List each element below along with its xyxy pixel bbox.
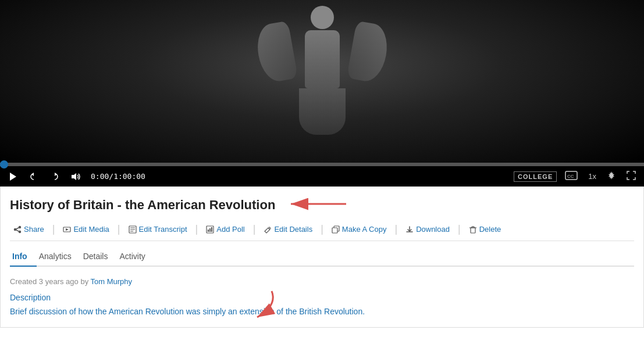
download-icon — [405, 225, 414, 234]
tab-info[interactable]: Info — [10, 247, 37, 267]
rewind-button[interactable] — [27, 171, 41, 182]
svg-marker-2 — [55, 173, 57, 176]
controls-right: COLLEGE CC 1x — [514, 170, 638, 183]
svg-marker-1 — [31, 173, 34, 176]
cc-button[interactable]: CC — [563, 170, 580, 183]
svg-point-9 — [19, 226, 21, 228]
description-text: Brief discussion of how the American Rev… — [10, 306, 365, 318]
share-icon — [13, 225, 22, 234]
content-area: History of Britain - the American Revolu… — [0, 187, 644, 328]
sep7: | — [458, 223, 461, 235]
tab-analytics[interactable]: Analytics — [37, 247, 81, 267]
svg-line-12 — [16, 227, 19, 228]
tabs-bar: Info Analytics Details Activity — [10, 247, 634, 267]
make-copy-icon — [332, 225, 340, 234]
title-row: History of Britain - the American Revolu… — [10, 195, 634, 216]
svg-rect-23 — [211, 227, 212, 232]
settings-button[interactable] — [604, 170, 618, 183]
add-poll-button[interactable]: Add Poll — [202, 223, 248, 236]
edit-details-button[interactable]: Edit Details — [260, 223, 316, 236]
svg-rect-27 — [332, 228, 337, 233]
video-frame — [0, 0, 644, 163]
svg-rect-21 — [208, 230, 209, 232]
author-link[interactable]: Tom Murphy — [91, 277, 133, 286]
tab-activity[interactable]: Activity — [117, 247, 154, 267]
description-label: Description — [10, 293, 634, 302]
time-display: 0:00/1:00:00 — [91, 172, 145, 181]
play-button[interactable] — [6, 171, 20, 182]
sep4: | — [253, 223, 256, 235]
speed-button[interactable]: 1x — [586, 171, 599, 182]
title-arrow-annotation — [282, 195, 352, 216]
share-button[interactable]: Share — [10, 223, 48, 236]
description-arrow-annotation — [225, 288, 283, 325]
progress-area — [0, 163, 644, 166]
edit-transcript-icon — [129, 225, 137, 234]
svg-marker-0 — [10, 173, 16, 181]
svg-line-13 — [16, 230, 19, 231]
progress-bar[interactable] — [0, 163, 644, 166]
add-poll-icon — [206, 225, 214, 234]
download-button[interactable]: Download — [402, 223, 453, 236]
svg-rect-28 — [471, 228, 475, 233]
edit-details-icon — [264, 225, 272, 234]
video-player: 0:00/1:00:00 COLLEGE CC 1x — [0, 0, 644, 187]
sep2: | — [118, 223, 120, 235]
delete-icon — [469, 225, 477, 234]
video-title: History of Britain - the American Revolu… — [10, 198, 275, 213]
tab-details[interactable]: Details — [81, 247, 118, 267]
delete-button[interactable]: Delete — [465, 223, 505, 236]
svg-point-10 — [15, 228, 16, 230]
video-controls: 0:00/1:00:00 COLLEGE CC 1x — [0, 166, 644, 187]
forward-button[interactable] — [48, 171, 62, 182]
svg-line-24 — [268, 228, 270, 230]
toolbar: Share | Edit Media | Edit Transcript | — [10, 223, 634, 241]
edit-media-icon — [63, 225, 71, 234]
progress-handle[interactable] — [0, 160, 8, 168]
edit-media-button[interactable]: Edit Media — [59, 223, 112, 236]
svg-point-11 — [19, 231, 21, 232]
sep5: | — [321, 223, 323, 235]
svg-rect-22 — [209, 228, 211, 232]
fullscreen-button[interactable] — [624, 170, 638, 183]
svg-marker-15 — [66, 228, 69, 231]
sep6: | — [394, 223, 397, 235]
sep3: | — [195, 223, 198, 235]
description-row: Brief discussion of how the American Rev… — [10, 306, 634, 318]
svg-text:CC: CC — [567, 174, 574, 179]
svg-marker-3 — [72, 173, 76, 180]
info-section: Created 3 years ago by Tom Murphy Descri… — [10, 274, 634, 327]
edit-transcript-button[interactable]: Edit Transcript — [125, 223, 191, 236]
make-copy-button[interactable]: Make A Copy — [328, 223, 390, 236]
sep1: | — [52, 223, 55, 235]
svg-line-25 — [269, 227, 271, 228]
created-text: Created 3 years ago by Tom Murphy — [10, 277, 634, 286]
volume-button[interactable] — [69, 171, 84, 182]
watermark-badge: COLLEGE — [514, 171, 557, 182]
